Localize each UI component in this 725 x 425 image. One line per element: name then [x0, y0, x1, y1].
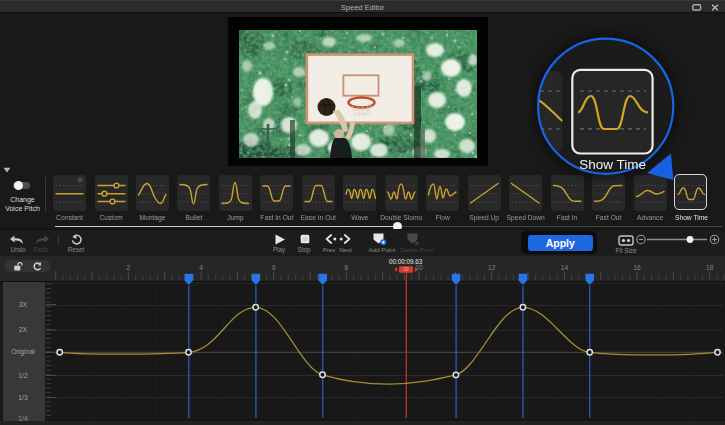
svg-text:Show Time: Show Time	[579, 157, 646, 172]
svg-text:00:00:09.63: 00:00:09.63	[389, 258, 423, 265]
svg-text:6: 6	[272, 264, 276, 271]
svg-text:18: 18	[706, 264, 714, 271]
svg-text:2: 2	[127, 264, 131, 271]
svg-text:00: 00	[403, 267, 409, 272]
svg-text:14: 14	[561, 264, 569, 271]
svg-text:4: 4	[199, 264, 203, 271]
svg-text:16: 16	[633, 264, 641, 271]
svg-text:12: 12	[488, 264, 496, 271]
svg-text:8: 8	[345, 264, 349, 271]
